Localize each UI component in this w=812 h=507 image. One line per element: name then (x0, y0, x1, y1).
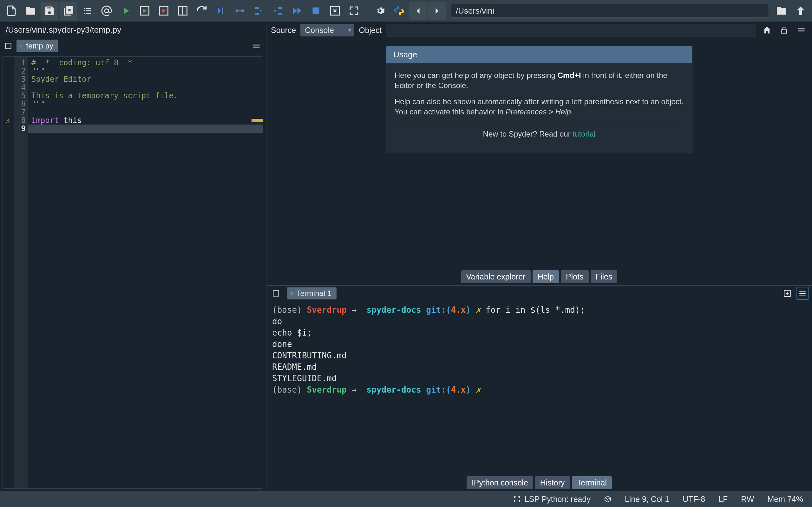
close-tab-icon[interactable]: × (20, 43, 23, 49)
rerun-icon[interactable] (193, 2, 211, 20)
help-body: Usage Here you can get help of any objec… (266, 39, 812, 269)
parent-dir-icon[interactable] (792, 2, 809, 20)
forward-icon[interactable] (428, 2, 446, 20)
debug-exit-icon[interactable] (326, 2, 344, 20)
status-mem[interactable]: Mem 74% (767, 495, 803, 504)
home-icon[interactable] (761, 24, 773, 37)
usage-title: Usage (386, 46, 692, 63)
source-select[interactable]: Console (300, 24, 354, 37)
open-file-icon[interactable] (21, 2, 39, 20)
svg-rect-6 (313, 8, 319, 14)
status-eol[interactable]: LF (718, 495, 728, 504)
debug-into-icon[interactable] (250, 2, 268, 20)
working-dir-input[interactable]: /Users/vini (451, 4, 769, 18)
editor-tab[interactable]: × temp.py (16, 40, 58, 52)
status-encoding[interactable]: UTF-8 (682, 495, 705, 504)
browse-dir-icon[interactable] (773, 2, 791, 20)
status-env[interactable] (604, 495, 612, 503)
close-terminal-tab-icon[interactable]: × (290, 290, 293, 297)
help-options-icon[interactable] (795, 24, 808, 37)
back-icon[interactable] (409, 2, 427, 20)
usage-p3: New to Spyder? Read our tutorial (395, 129, 684, 139)
usage-card: Usage Here you can get help of any objec… (386, 46, 693, 153)
main-toolbar: /Users/vini (0, 0, 812, 21)
terminal-body[interactable]: (base) Sverdrup → spyder-docs git:(4.x) … (266, 301, 812, 475)
object-label: Object (359, 26, 382, 35)
run-cell-icon[interactable] (136, 2, 154, 20)
svg-point-5 (241, 9, 244, 12)
status-rw[interactable]: RW (741, 495, 754, 504)
new-file-icon[interactable] (3, 2, 20, 20)
svg-rect-9 (781, 30, 786, 33)
debug-continue-icon[interactable] (288, 2, 306, 20)
editor-pane: /Users/vini/.spyder-py3/temp.py × temp.p… (0, 21, 266, 491)
pane-tab-variable-explorer[interactable]: Variable explorer (461, 270, 531, 283)
code-editor[interactable]: ⚠ 123456789 # -*- coding: utf-8 -*-"""Sp… (3, 56, 263, 489)
status-cursor[interactable]: Line 9, Col 1 (625, 495, 669, 504)
status-lsp[interactable]: LSP Python: ready (513, 495, 591, 504)
console-pane-tabs: IPython consoleHistoryTerminal (266, 475, 812, 491)
pane-tab-help[interactable]: Help (532, 270, 559, 283)
lock-icon[interactable] (778, 24, 791, 37)
maximize-icon[interactable] (345, 2, 363, 20)
run-icon[interactable] (117, 2, 135, 20)
run-cell-advance-icon[interactable] (155, 2, 172, 20)
save-icon[interactable] (41, 2, 58, 20)
pane-tab-ipython-console[interactable]: IPython console (467, 476, 533, 489)
preferences-icon[interactable] (371, 2, 389, 20)
svg-rect-10 (273, 291, 278, 296)
usage-p1: Here you can get help of any object by p… (395, 70, 684, 91)
run-selection-icon[interactable] (174, 2, 192, 20)
usage-p2: Help can also be shown automatically aft… (395, 97, 684, 117)
stop-icon[interactable] (307, 2, 325, 20)
browse-terminal-tabs-icon[interactable] (270, 288, 282, 299)
pane-tab-terminal[interactable]: Terminal (572, 476, 612, 489)
source-label: Source (271, 26, 296, 35)
debug-step-icon[interactable] (231, 2, 249, 20)
editor-options-icon[interactable] (250, 40, 263, 52)
debug-out-icon[interactable] (269, 2, 287, 20)
at-icon[interactable] (98, 2, 115, 20)
browse-tabs-icon[interactable] (3, 40, 14, 52)
svg-point-0 (105, 9, 108, 13)
list-icon[interactable] (79, 2, 96, 20)
pane-tab-files[interactable]: Files (591, 270, 618, 283)
toolbar-separator (367, 4, 367, 18)
terminal-tab-label: Terminal 1 (297, 289, 332, 298)
new-terminal-icon[interactable] (781, 287, 794, 300)
debug-icon[interactable] (212, 2, 230, 20)
terminal-pane: × Terminal 1 (base) Sverdrup → spyder-do… (266, 285, 812, 491)
svg-rect-8 (5, 43, 11, 49)
pane-tab-history[interactable]: History (535, 476, 570, 489)
python-path-icon[interactable] (390, 2, 408, 20)
save-all-icon[interactable] (60, 2, 78, 20)
editor-tab-label: temp.py (26, 42, 53, 50)
terminal-tab[interactable]: × Terminal 1 (287, 287, 337, 299)
tutorial-link[interactable]: tutorial (572, 130, 595, 138)
file-path-bar: /Users/vini/.spyder-py3/temp.py (0, 21, 266, 38)
help-pane-tabs: Variable explorerHelpPlotsFiles (266, 269, 812, 285)
svg-point-4 (236, 9, 239, 12)
terminal-options-icon[interactable] (796, 287, 809, 300)
status-bar: LSP Python: ready Line 9, Col 1 UTF-8 LF… (0, 491, 812, 507)
pane-tab-plots[interactable]: Plots (561, 270, 589, 283)
object-input[interactable] (386, 24, 756, 37)
help-toolbar: Source Console Object (266, 21, 812, 39)
